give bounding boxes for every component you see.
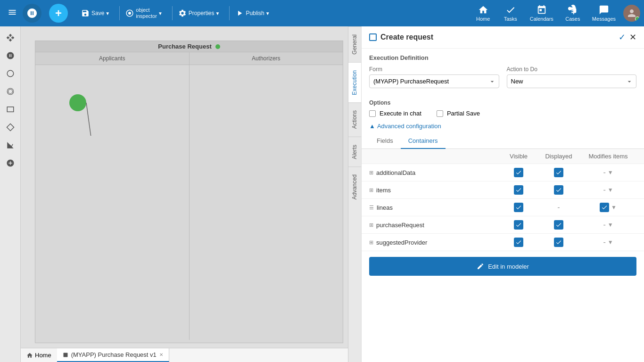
action-select[interactable]: New (507, 74, 637, 88)
execution-definition-section: Execution Definition Form (MYAPP) Purcha… (362, 49, 644, 99)
online-indicator (635, 16, 640, 21)
authorizers-body: Evaluate request Approve? ✕ Yes (190, 65, 343, 339)
table-row: ⊞ additionalData - ▼ (362, 164, 644, 181)
nav-tasks[interactable]: Tasks (499, 3, 522, 24)
expand-arrow-additionalData[interactable]: ▼ (608, 169, 613, 176)
row-label-items: items (376, 187, 391, 194)
nav-cases-label: Cases (565, 16, 580, 22)
row-icon-lineas: ☰ (369, 205, 374, 211)
visible-check-purchaseRequest[interactable] (514, 220, 523, 230)
user-avatar[interactable] (623, 5, 640, 22)
row-name-suggestedProvider: ⊞ suggestedProvider (369, 239, 500, 246)
table-row: ⊞ items - ▼ (362, 181, 644, 199)
displayed-check-additionalData[interactable] (554, 168, 563, 177)
table-header: Visible Displayed Modifies items (362, 149, 644, 164)
tab-execution[interactable]: Execution (348, 62, 361, 103)
col-header-visible: Visible (500, 153, 537, 160)
tab-general[interactable]: General (348, 26, 361, 62)
advanced-toggle[interactable]: ▲ Advanced configuration (369, 123, 636, 130)
menu-button[interactable] (4, 4, 21, 23)
row-icon-additionalData: ⊞ (369, 170, 373, 176)
properties-dropdown-arrow[interactable]: ▼ (215, 11, 220, 16)
partial-save-checkbox[interactable] (437, 110, 443, 117)
panel-checkbox[interactable] (369, 33, 377, 41)
row-modifies-lineas: ▼ (580, 203, 636, 212)
expand-arrow-items[interactable]: ▼ (608, 187, 613, 193)
add-button[interactable]: + (49, 4, 68, 23)
modifies-check-lineas[interactable] (600, 203, 609, 212)
modifies-dash-purchaseRequest: - (603, 221, 605, 229)
nav-calendars[interactable]: Calendars (526, 3, 557, 24)
row-modifies-items: - ▼ (580, 186, 636, 194)
move-tool[interactable] (3, 30, 18, 45)
canvas-container[interactable]: Purchase Request Applicants (21, 26, 348, 348)
visible-check-lineas[interactable] (514, 203, 523, 212)
nav-messages-label: Messages (592, 16, 616, 22)
execute-in-chat-label: Execute in chat (380, 110, 421, 117)
panel-close-button[interactable]: ✕ (629, 32, 636, 42)
tab-containers[interactable]: Containers (401, 133, 446, 149)
tab-alerts[interactable]: Alerts (348, 137, 361, 167)
visible-check-items[interactable] (514, 185, 523, 195)
tab-advanced[interactable]: Advanced (348, 166, 361, 207)
edit-modeler-button[interactable]: Edit in modeler (369, 257, 636, 276)
panel-header-actions: ✓ ✕ (619, 32, 636, 42)
row-name-purchaseRequest: ⊞ purchaseRequest (369, 222, 500, 229)
chart-tool[interactable] (3, 138, 18, 153)
options-title: Options (369, 99, 636, 106)
authorizers-header: Authorizers (190, 52, 343, 65)
object-inspector-dropdown-arrow[interactable]: ▼ (158, 11, 163, 16)
bpmn-svg: Create request (35, 65, 177, 136)
nav-cases[interactable]: Cases (561, 3, 585, 24)
displayed-dash-lineas: - (557, 203, 560, 212)
tab-close-button[interactable]: ✕ (159, 352, 163, 357)
displayed-check-purchaseRequest[interactable] (554, 220, 563, 230)
bottom-tabs: Home (MYAPP) Purchase Request v1 ✕ (21, 348, 348, 362)
visible-check-suggestedProvider[interactable] (514, 238, 523, 247)
execute-in-chat-option: Execute in chat (369, 110, 421, 117)
modifies-dash-additionalData: - (603, 168, 605, 177)
circle-tool[interactable] (3, 66, 18, 81)
object-inspector-toolbar-item[interactable]: object inspector ▼ (122, 5, 166, 21)
row-modifies-suggestedProvider: - ▼ (580, 238, 636, 247)
save-toolbar-item[interactable]: Save ▼ (77, 7, 114, 19)
form-select[interactable]: (MYAPP) PurchaseRequest (369, 74, 499, 88)
start-event[interactable] (69, 94, 86, 111)
visible-check-additionalData[interactable] (514, 168, 523, 177)
rectangle-tool[interactable] (3, 102, 18, 117)
row-visible-suggestedProvider (500, 238, 537, 247)
expand-arrow-lineas[interactable]: ▼ (611, 204, 617, 211)
tab-fields[interactable]: Fields (369, 133, 401, 149)
home-tab[interactable]: Home (21, 348, 57, 362)
canvas-area: Purchase Request Applicants (21, 26, 348, 362)
swimlane-container: Applicants (35, 52, 343, 340)
advanced-chevron-icon: ▲ (369, 123, 375, 130)
add-tool[interactable] (3, 156, 18, 171)
properties-toolbar-item[interactable]: Properties ▼ (174, 7, 224, 19)
row-visible-purchaseRequest (500, 220, 537, 230)
svg-rect-4 (7, 107, 14, 112)
execute-in-chat-checkbox[interactable] (369, 110, 376, 117)
applicants-body: Create request (35, 65, 189, 339)
tab-actions[interactable]: Actions (348, 102, 361, 136)
diamond-tool[interactable] (3, 120, 18, 135)
object-inspector-label: object inspector (136, 7, 157, 19)
displayed-check-suggestedProvider[interactable] (554, 238, 563, 247)
options-section: Options Execute in chat Partial Save (362, 99, 644, 123)
app-logo (23, 4, 41, 23)
purchase-request-tab[interactable]: (MYAPP) Purchase Request v1 ✕ (57, 348, 169, 362)
publish-dropdown-arrow[interactable]: ▼ (265, 11, 270, 16)
home-tab-label: Home (35, 352, 51, 359)
displayed-check-items[interactable] (554, 185, 563, 195)
double-circle-tool[interactable] (3, 84, 18, 99)
nav-home[interactable]: Home (471, 3, 495, 24)
hand-tool[interactable] (3, 48, 18, 63)
expand-arrow-purchaseRequest[interactable]: ▼ (608, 222, 613, 228)
modifies-dash-items: - (603, 186, 605, 194)
panel-confirm-button[interactable]: ✓ (619, 32, 626, 42)
expand-arrow-suggestedProvider[interactable]: ▼ (608, 239, 613, 246)
col-header-displayed: Displayed (537, 153, 580, 160)
publish-toolbar-item[interactable]: Publish ▼ (231, 7, 273, 19)
save-dropdown-arrow[interactable]: ▼ (105, 11, 110, 16)
nav-messages[interactable]: Messages (588, 3, 619, 24)
